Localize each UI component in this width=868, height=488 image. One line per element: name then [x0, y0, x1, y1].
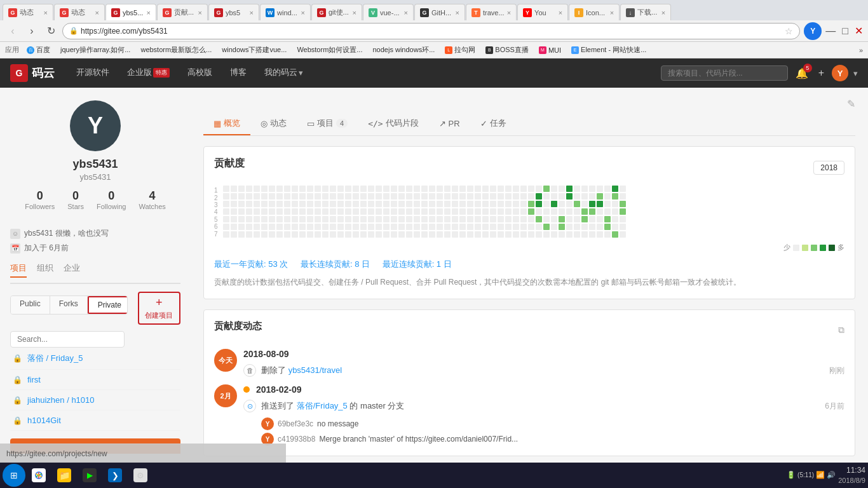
bookmark-boss[interactable]: B BOSS直播: [483, 44, 531, 56]
nav-mygitee[interactable]: 我的码云 ▾: [255, 58, 312, 88]
sidebar-tab-enterprise[interactable]: 企业: [64, 262, 80, 278]
nav-enterprise[interactable]: 企业版 特惠: [118, 58, 179, 88]
taskbar-vscode[interactable]: ❯: [103, 464, 127, 486]
nav-blog[interactable]: 博客: [221, 58, 255, 88]
nav-projects[interactable]: ▭ 项目 4: [297, 112, 358, 135]
notification-button[interactable]: 🔔 5: [793, 65, 811, 82]
tab-close-6[interactable]: ×: [301, 9, 305, 17]
stat-cur-streak[interactable]: 最近连续贡献: 1 日: [383, 259, 452, 269]
forward-button[interactable]: ›: [24, 24, 39, 39]
nav-snippets[interactable]: </> 代码片段: [358, 112, 428, 135]
bio-row: ☺ ybs5431 很懒，啥也没写: [10, 228, 180, 239]
grid-cell-43-4: [551, 208, 557, 215]
refresh-button[interactable]: ↻: [43, 24, 58, 39]
bookmark-mui[interactable]: M MUI: [536, 45, 564, 55]
tab-7[interactable]: G git使... ×: [311, 4, 362, 20]
tab-3[interactable]: G ybs5... ×: [105, 4, 156, 20]
gitee-logo[interactable]: G 码云: [10, 64, 55, 82]
project-search[interactable]: [10, 331, 125, 348]
more-bookmarks[interactable]: »: [859, 46, 863, 54]
tab-close-5[interactable]: ×: [250, 9, 254, 17]
tab-10[interactable]: T trave... ×: [466, 4, 517, 20]
taskbar-other[interactable]: ⚙: [128, 464, 153, 486]
taskbar-files[interactable]: 📁: [52, 464, 76, 486]
tab-1[interactable]: G 动态 ×: [3, 4, 53, 20]
tab-6[interactable]: W wind... ×: [260, 4, 311, 20]
tab-close-7[interactable]: ×: [353, 9, 356, 17]
bookmark-nodejs[interactable]: nodejs windows环...: [370, 44, 437, 56]
tab-close-13[interactable]: ×: [661, 9, 665, 17]
edit-profile-icon[interactable]: ✎: [847, 98, 855, 110]
project-name-2[interactable]: jiahuizhen / h1010: [27, 395, 95, 405]
tab-11[interactable]: Y You ×: [517, 4, 568, 20]
tab-13[interactable]: ↓ 下载... ×: [620, 4, 671, 20]
grid-cell-29-3: [444, 201, 451, 207]
header-search[interactable]: [661, 65, 788, 81]
year-selector[interactable]: 2018: [813, 161, 844, 175]
taskbar-chrome[interactable]: [27, 464, 51, 486]
deleted-repo-link[interactable]: ybs5431/travel: [288, 365, 342, 375]
project-name-1[interactable]: first: [27, 375, 41, 384]
filter-private[interactable]: Private: [88, 296, 128, 314]
bookmark-baidu[interactable]: 百 百度: [24, 44, 53, 56]
tab-9[interactable]: G GitH... ×: [414, 4, 465, 20]
back-button[interactable]: ‹: [5, 24, 20, 39]
tab-12[interactable]: I Icon... ×: [569, 4, 620, 20]
tab-close-12[interactable]: ×: [610, 9, 614, 17]
filter-public[interactable]: Public: [11, 296, 50, 314]
maximize-button[interactable]: □: [842, 25, 848, 37]
bookmark-lagou[interactable]: L 拉勾网: [442, 44, 478, 56]
nav-pr[interactable]: ↗ PR: [429, 112, 470, 135]
bookmark-vue[interactable]: windows下搭建vue...: [219, 44, 289, 56]
tab-close-1[interactable]: ×: [44, 9, 48, 17]
create-project-button[interactable]: + 创建项目: [138, 292, 180, 325]
add-button[interactable]: +: [816, 65, 827, 81]
tab-close-4[interactable]: ×: [198, 9, 202, 17]
tab-4[interactable]: G 贡献... ×: [157, 4, 208, 20]
sidebar-tab-org[interactable]: 组织: [37, 262, 53, 278]
star-button[interactable]: ☆: [785, 26, 793, 36]
bookmark-webstorm[interactable]: webstorm最新版怎么...: [138, 44, 214, 56]
tab-close-11[interactable]: ×: [559, 9, 562, 17]
gitee-logo-icon: G: [10, 64, 28, 82]
project-item-0[interactable]: 🔒 落俗 / Friday_5: [10, 348, 180, 370]
sidebar-tab-project[interactable]: 项目: [10, 262, 27, 278]
bookmark-jquery[interactable]: jquery操作array.如何...: [58, 44, 133, 56]
tab-close-8[interactable]: ×: [404, 9, 408, 17]
start-button[interactable]: ⊞: [3, 464, 25, 487]
project-name-0[interactable]: 落俗 / Friday_5: [27, 353, 83, 364]
taskbar-cmd[interactable]: ▶: [78, 464, 102, 486]
user-dropdown-arrow[interactable]: ▾: [853, 69, 858, 78]
tab-close-3[interactable]: ×: [147, 9, 151, 17]
stat-max-streak[interactable]: 最长连续贡献: 8 日: [301, 259, 370, 269]
nav-activity[interactable]: ◎ 动态: [250, 112, 297, 135]
stat-total[interactable]: 最近一年贡献: 53 次: [214, 259, 288, 269]
filter-forks[interactable]: Forks: [50, 296, 88, 314]
address-bar[interactable]: 🔒 https://gitee.com/ybs5431 ☆: [62, 23, 800, 39]
tab-favicon-10: T: [471, 8, 480, 17]
battery-icon: 🔋: [787, 471, 796, 479]
close-window-button[interactable]: ✕: [855, 25, 863, 37]
bookmark-element[interactable]: E Element - 网站快速...: [569, 44, 649, 56]
nav-edu[interactable]: 高校版: [179, 58, 221, 88]
nav-opensource[interactable]: 开源软件: [67, 58, 118, 88]
grid-cell-28-5: [437, 216, 443, 222]
project-item-2[interactable]: 🔒 jiahuizhen / h1010: [10, 390, 180, 410]
project-item-1[interactable]: 🔒 first: [10, 370, 180, 390]
tab-close-9[interactable]: ×: [456, 9, 459, 17]
project-name-3[interactable]: h1014Git: [27, 416, 61, 425]
tab-close-2[interactable]: ×: [95, 9, 99, 17]
tab-8[interactable]: V vue-... ×: [363, 4, 414, 20]
nav-tasks[interactable]: ✓ 任务: [470, 112, 517, 135]
tab-2[interactable]: G 动态 ×: [54, 4, 105, 20]
project-item-3[interactable]: 🔒 h1014Git: [10, 410, 180, 431]
tab-5[interactable]: G ybs5 ×: [208, 4, 259, 20]
nav-overview[interactable]: ▦ 概览: [203, 112, 250, 135]
external-link-icon[interactable]: ⧉: [838, 325, 844, 336]
bookmark-webstorm2[interactable]: Webstorm如何设置...: [294, 44, 365, 56]
push-repo-link[interactable]: 落俗/Friday_5: [297, 401, 348, 410]
minimize-button[interactable]: —: [825, 25, 836, 37]
tab-close-10[interactable]: ×: [507, 9, 511, 17]
extension-button[interactable]: Y: [804, 22, 822, 40]
user-avatar-header[interactable]: Y: [832, 65, 848, 81]
